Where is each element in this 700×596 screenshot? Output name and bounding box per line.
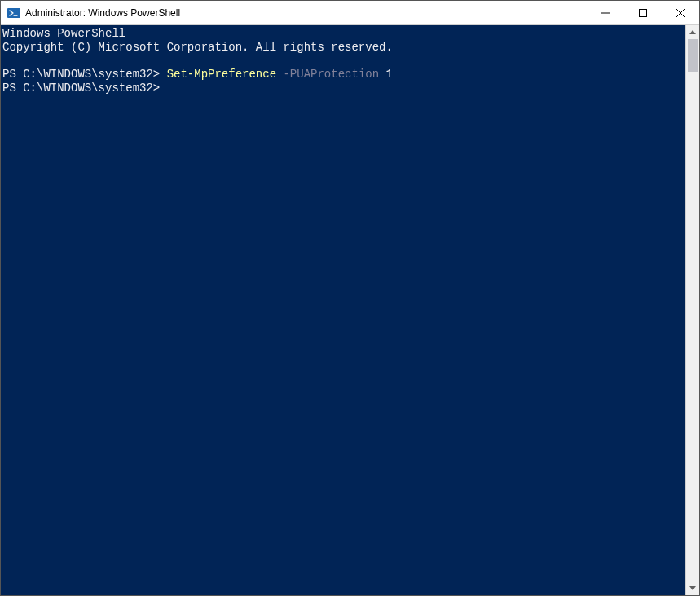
close-icon [676,9,685,17]
window-controls [587,1,699,24]
maximize-button[interactable] [624,1,662,24]
chevron-up-icon [689,30,696,34]
chevron-down-icon [689,586,696,590]
header-line-1: Windows PowerShell [2,27,125,40]
window-title: Administrator: Windows PowerShell [25,7,587,19]
scroll-thumb[interactable] [688,39,698,72]
prompt-1-cmdlet: Set-MpPreference [167,68,276,81]
minimize-button[interactable] [587,1,624,24]
powershell-icon [7,7,20,20]
close-button[interactable] [662,1,699,24]
maximize-icon [639,9,647,17]
terminal[interactable]: Windows PowerShell Copyright (C) Microso… [1,25,685,595]
prompt-1-param: -PUAProtection [276,68,379,81]
prompt-1-value: 1 [379,68,393,81]
content-area: Windows PowerShell Copyright (C) Microso… [1,25,699,595]
scroll-down-button[interactable] [686,581,699,595]
header-line-2: Copyright (C) Microsoft Corporation. All… [2,41,393,54]
titlebar[interactable]: Administrator: Windows PowerShell [1,1,699,25]
svg-rect-0 [7,8,20,18]
powershell-window: Administrator: Windows PowerShell Windo [0,0,700,596]
prompt-1-prefix: PS C:\WINDOWS\system32> [2,68,167,81]
prompt-2-prefix: PS C:\WINDOWS\system32> [2,82,160,95]
vertical-scrollbar[interactable] [685,25,699,595]
scroll-up-button[interactable] [686,25,699,39]
svg-rect-3 [640,9,647,16]
minimize-icon [601,9,610,17]
scroll-track[interactable] [686,39,699,581]
